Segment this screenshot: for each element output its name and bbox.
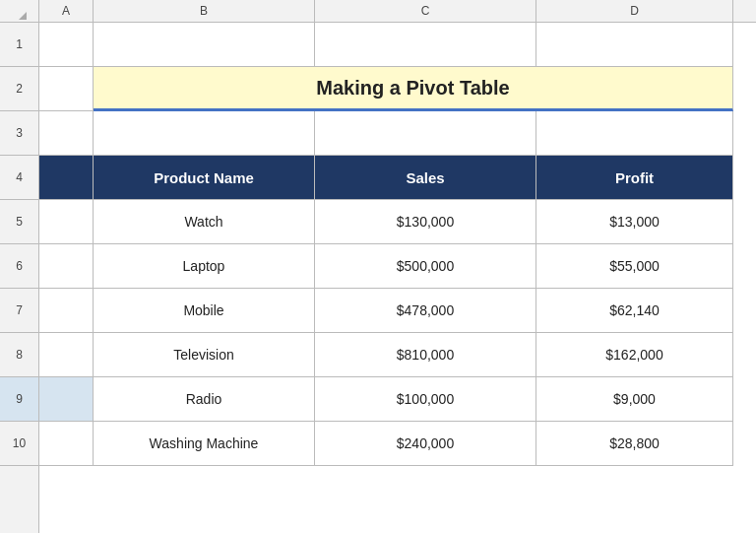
cell-1b[interactable]	[94, 23, 315, 67]
cell-6c-sales[interactable]: $500,000	[315, 244, 536, 289]
grid-row-8: Television $810,000 $162,000	[39, 333, 756, 377]
cell-1c[interactable]	[315, 23, 536, 67]
cell-4a[interactable]	[39, 156, 94, 200]
row-num-1: 1	[0, 23, 38, 67]
col-header-profit[interactable]: Profit	[536, 156, 733, 200]
cell-10c-sales[interactable]: $240,000	[315, 422, 536, 466]
cell-2a[interactable]	[39, 67, 94, 111]
grid-row-7: Mobile $478,000 $62,140	[39, 289, 756, 333]
col-header-b: B	[94, 0, 315, 22]
cell-8b-product[interactable]: Television	[94, 333, 315, 377]
corner-cell	[0, 0, 39, 22]
cell-5d-profit[interactable]: $13,000	[536, 200, 733, 244]
row-numbers: 1 2 3 4 5 6 7 8 9 10	[0, 23, 39, 533]
cell-5a[interactable]	[39, 200, 94, 244]
row-num-3: 3	[0, 111, 38, 156]
cell-1a[interactable]	[39, 23, 94, 67]
cell-9d-profit[interactable]: $9,000	[536, 377, 733, 422]
row-num-2: 2	[0, 67, 38, 111]
row-num-8: 8	[0, 333, 38, 377]
cell-3b[interactable]	[94, 111, 315, 156]
cell-5b-product[interactable]: Watch	[94, 200, 315, 244]
grid-body: 1 2 3 4 5 6 7 8 9 10 Making a Pivot Tabl	[0, 23, 756, 533]
cell-3a[interactable]	[39, 111, 94, 156]
grid-row-6: Laptop $500,000 $55,000	[39, 244, 756, 289]
title-cell[interactable]: Making a Pivot Table	[94, 67, 733, 111]
grid-row-9: Radio $100,000 $9,000	[39, 377, 756, 422]
cell-7d-profit[interactable]: $62,140	[536, 289, 733, 333]
grid-row-5: Watch $130,000 $13,000	[39, 200, 756, 244]
col-header-c: C	[315, 0, 536, 22]
row-num-9: 9	[0, 377, 38, 422]
col-header-product[interactable]: Product Name	[94, 156, 315, 200]
cell-10b-product[interactable]: Washing Machine	[94, 422, 315, 466]
cell-9c-sales[interactable]: $100,000	[315, 377, 536, 422]
grid-row-2: Making a Pivot Table	[39, 67, 756, 111]
cell-7c-sales[interactable]: $478,000	[315, 289, 536, 333]
data-area: Making a Pivot Table Product Name Sales …	[39, 23, 756, 533]
cell-7a[interactable]	[39, 289, 94, 333]
cell-8a[interactable]	[39, 333, 94, 377]
grid-row-10: Washing Machine $240,000 $28,800	[39, 422, 756, 466]
row-num-10: 10	[0, 422, 38, 466]
row-num-4: 4	[0, 156, 38, 200]
cell-3c[interactable]	[315, 111, 536, 156]
cell-3d[interactable]	[536, 111, 733, 156]
grid-row-1	[39, 23, 756, 67]
cell-10a[interactable]	[39, 422, 94, 466]
cell-8d-profit[interactable]: $162,000	[536, 333, 733, 377]
col-header-a: A	[39, 0, 94, 22]
cell-7b-product[interactable]: Mobile	[94, 289, 315, 333]
cell-5c-sales[interactable]: $130,000	[315, 200, 536, 244]
cell-6a[interactable]	[39, 244, 94, 289]
cell-9b-product[interactable]: Radio	[94, 377, 315, 422]
col-headers: A B C D	[0, 0, 756, 23]
grid-row-4: Product Name Sales Profit	[39, 156, 756, 200]
cell-10d-profit[interactable]: $28,800	[536, 422, 733, 466]
col-header-d: D	[536, 0, 733, 22]
grid-row-3	[39, 111, 756, 156]
spreadsheet: A B C D 1 2 3 4 5 6 7 8 9 10	[0, 0, 756, 533]
cell-8c-sales[interactable]: $810,000	[315, 333, 536, 377]
row-num-7: 7	[0, 289, 38, 333]
cell-1d[interactable]	[536, 23, 733, 67]
cell-9a[interactable]	[39, 377, 94, 422]
row-num-5: 5	[0, 200, 38, 244]
col-header-sales[interactable]: Sales	[315, 156, 536, 200]
cell-6b-product[interactable]: Laptop	[94, 244, 315, 289]
row-num-6: 6	[0, 244, 38, 289]
cell-6d-profit[interactable]: $55,000	[536, 244, 733, 289]
